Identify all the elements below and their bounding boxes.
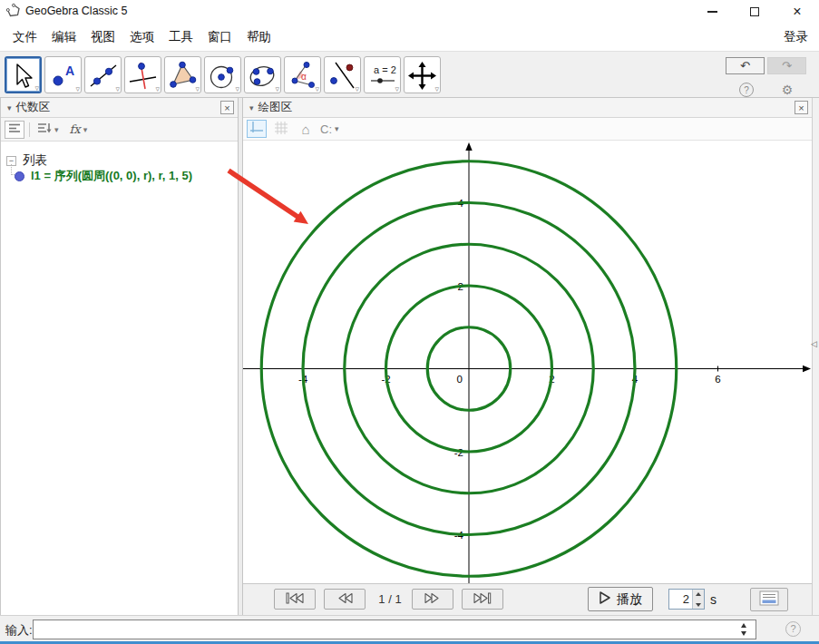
- list-item[interactable]: l1 = 序列(圆周((0, 0), r), r, 1, 5): [15, 168, 192, 184]
- home-icon: ⌂: [301, 122, 309, 137]
- sort-objects-button[interactable]: ▾: [34, 121, 62, 139]
- reflect-tool-button[interactable]: ▿: [324, 56, 361, 93]
- tool-dropdown-icon[interactable]: ▿: [235, 85, 239, 93]
- tool-dropdown-icon[interactable]: ▿: [275, 85, 279, 93]
- input-help-button[interactable]: ?: [785, 621, 801, 637]
- close-icon: ×: [793, 4, 801, 20]
- point-tool-button[interactable]: A ▿: [44, 56, 82, 93]
- tool-dropdown-icon[interactable]: ▿: [75, 85, 80, 93]
- step-back-icon: [336, 592, 353, 607]
- menu-view[interactable]: 视图: [83, 25, 122, 49]
- spinner-up-button[interactable]: [693, 590, 704, 600]
- input-bar: 输入: ?: [0, 615, 819, 641]
- panel-collapse-icon[interactable]: ▾: [7, 103, 12, 112]
- command-input[interactable]: [33, 620, 756, 639]
- tool-dropdown-icon[interactable]: ▿: [195, 85, 200, 93]
- angle-tool-button[interactable]: α ▿: [284, 56, 321, 93]
- polygon-tool-button[interactable]: ▿: [164, 56, 201, 93]
- sign-in-link[interactable]: 登录: [784, 29, 808, 45]
- line-tool-button[interactable]: ▿: [84, 56, 122, 93]
- speed-value[interactable]: 2: [669, 590, 692, 609]
- menu-window[interactable]: 窗口: [200, 25, 239, 49]
- spinner-down-button[interactable]: [693, 600, 704, 610]
- svg-text:A: A: [65, 63, 74, 78]
- menu-edit[interactable]: 编辑: [44, 25, 83, 49]
- play-label: 播放: [617, 591, 642, 608]
- origin-label: 0: [457, 374, 463, 385]
- graphics-canvas[interactable]: -4 -2 0 2 4 6 4 2 -2 -4: [243, 141, 812, 583]
- skip-to-end-button[interactable]: [462, 589, 503, 610]
- show-axes-button[interactable]: [247, 120, 267, 138]
- algebra-close-button[interactable]: ×: [220, 101, 234, 114]
- toolbar-settings-button[interactable]: ⚙: [780, 83, 795, 97]
- slider-tool-button[interactable]: a = 2 ▿: [364, 56, 401, 93]
- standard-view-button[interactable]: ⌂: [296, 120, 316, 138]
- construction-protocol-icon: [759, 590, 779, 609]
- panel-collapse-icon[interactable]: ▾: [249, 103, 254, 112]
- undo-button[interactable]: ↶: [726, 57, 765, 74]
- collapse-left-icon[interactable]: ◁: [811, 339, 817, 348]
- geogebra-logo-icon: [6, 4, 21, 22]
- algebra-style-bar: ▾ fx ▾: [1, 118, 238, 141]
- maximize-button[interactable]: [734, 0, 775, 24]
- perpendicular-line-tool-button[interactable]: ▿: [124, 56, 161, 93]
- slider-icon-label: a = 2: [374, 64, 396, 75]
- move-graphics-view-tool-button[interactable]: ▿: [404, 56, 441, 93]
- tool-bar: ▿ A ▿ ▿ ▿: [0, 51, 819, 98]
- close-icon: ×: [798, 102, 804, 113]
- svg-text:α: α: [301, 72, 307, 82]
- menu-file[interactable]: 文件: [5, 25, 44, 49]
- circle-tool-button[interactable]: ▿: [204, 56, 241, 93]
- undo-icon: ↶: [740, 59, 750, 73]
- menu-bar: 文件 编辑 视图 选项 工具 窗口 帮助 登录: [0, 24, 819, 51]
- playback-speed-spinner[interactable]: 2: [668, 589, 705, 610]
- construction-protocol-button[interactable]: [750, 588, 788, 611]
- move-tool-button[interactable]: ▿: [5, 56, 42, 93]
- tool-dropdown-icon[interactable]: ▿: [34, 84, 39, 93]
- menu-tools[interactable]: 工具: [161, 25, 200, 49]
- graphics-close-button[interactable]: ×: [795, 101, 808, 114]
- auxiliary-objects-button[interactable]: [5, 121, 24, 139]
- skip-to-start-button[interactable]: [274, 589, 316, 610]
- list-definition-text[interactable]: l1 = 序列(圆周((0, 0), r), r, 1, 5): [31, 168, 192, 184]
- show-grid-button[interactable]: [271, 120, 291, 138]
- tool-dropdown-icon[interactable]: ▿: [155, 85, 160, 93]
- algebra-panel-header: ▾ 代数区 ×: [1, 98, 238, 118]
- play-button[interactable]: 播放: [588, 587, 653, 611]
- graphics-panel-header: ▾ 绘图区 ×: [243, 98, 812, 118]
- redo-button[interactable]: ↷: [767, 57, 806, 74]
- graphics-view-panel: ▾ 绘图区 × ⌂ C: ▾: [243, 98, 812, 615]
- fx-icon: fx: [70, 122, 81, 136]
- toolbar-help-button[interactable]: ?: [739, 83, 754, 97]
- construction-step-indicator: 1 / 1: [370, 592, 410, 606]
- tool-dropdown-icon[interactable]: ▿: [434, 85, 439, 93]
- minus-icon: −: [9, 156, 14, 165]
- coordinate-axes: [243, 142, 811, 583]
- object-visibility-marble-icon[interactable]: [15, 171, 24, 181]
- tool-dropdown-icon[interactable]: ▿: [115, 85, 120, 93]
- skip-to-start-icon: [285, 592, 305, 607]
- menu-options[interactable]: 选项: [122, 25, 161, 49]
- speed-unit-label: s: [710, 592, 717, 607]
- redo-icon: ↷: [782, 59, 792, 73]
- close-icon: ×: [224, 102, 229, 113]
- tool-dropdown-icon[interactable]: ▿: [315, 85, 319, 93]
- right-panel-strip: ◁: [812, 98, 819, 615]
- tool-dropdown-icon[interactable]: ▿: [395, 85, 399, 93]
- minimize-button[interactable]: [691, 0, 733, 24]
- step-back-button[interactable]: [324, 589, 366, 610]
- spinner-arrows: [692, 590, 704, 609]
- stylebar-separator: [29, 122, 30, 137]
- chevron-down-icon: ▾: [335, 124, 339, 133]
- point-capturing-dropdown[interactable]: C: ▾: [320, 122, 339, 136]
- menu-help[interactable]: 帮助: [239, 25, 278, 49]
- step-forward-button[interactable]: [412, 589, 453, 610]
- tool-dropdown-icon[interactable]: ▿: [355, 85, 359, 93]
- input-history-spinner-icon[interactable]: [740, 623, 748, 636]
- close-button[interactable]: ×: [776, 0, 818, 24]
- maximize-icon: [750, 7, 759, 16]
- ellipse-tool-button[interactable]: ▿: [244, 56, 281, 93]
- skip-to-end-icon: [473, 592, 492, 607]
- help-icon: ?: [790, 623, 795, 634]
- fx-display-button[interactable]: fx ▾: [67, 121, 91, 139]
